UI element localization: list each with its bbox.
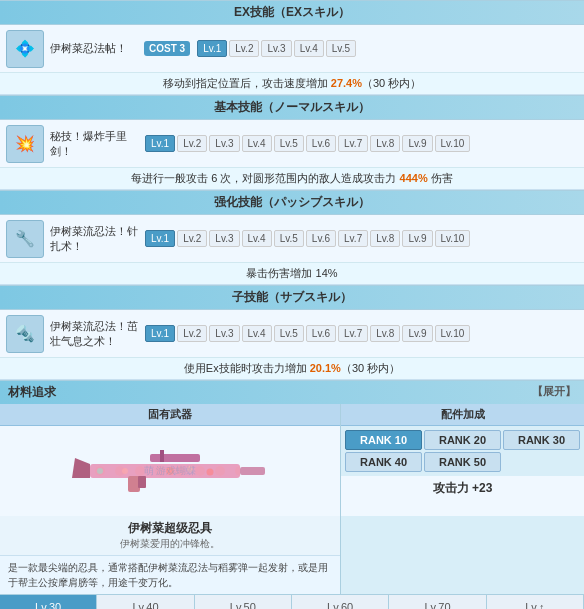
ex-skill-desc: 移动到指定位置后，攻击速度增加 27.4%（30 秒内） bbox=[0, 73, 584, 95]
lv-tab[interactable]: Lv.5 bbox=[274, 230, 304, 247]
upgrade-lv-50[interactable]: Lv.50 bbox=[195, 595, 292, 609]
passive-skill-levels: Lv.1 Lv.2 Lv.3 Lv.4 Lv.5 Lv.6 Lv.7 Lv.8 … bbox=[144, 229, 578, 248]
materials-header: 材料追求 【展开】 bbox=[0, 380, 584, 404]
passive-skill-icon: 🔧 bbox=[6, 220, 44, 258]
svg-point-12 bbox=[97, 468, 103, 474]
svg-rect-4 bbox=[240, 467, 265, 475]
lv-tab[interactable]: Lv.8 bbox=[370, 135, 400, 152]
cost-badge: COST 3 bbox=[144, 41, 190, 56]
lv-tab[interactable]: Lv.4 bbox=[242, 230, 272, 247]
materials-title: 材料追求 bbox=[8, 384, 56, 401]
lv-tab[interactable]: Lv.3 bbox=[209, 230, 239, 247]
normal-skill-name: 秘技！爆炸手里剑！ bbox=[50, 129, 140, 158]
lv-tab[interactable]: Lv.10 bbox=[435, 325, 471, 342]
normal-skill-desc: 每进行一般攻击 6 次，对圆形范围内的敌人造成攻击力 444% 伤害 bbox=[0, 168, 584, 190]
svg-rect-3 bbox=[160, 450, 164, 462]
lv-tab[interactable]: Lv.5 bbox=[326, 40, 356, 57]
lv-tab[interactable]: Lv.6 bbox=[306, 325, 336, 342]
passive-skill-row: 🔧 伊树菜流忍法！针扎术！ Lv.1 Lv.2 Lv.3 Lv.4 Lv.5 L… bbox=[0, 215, 584, 263]
lv-tab[interactable]: Lv.1 bbox=[145, 230, 175, 247]
lv-tab[interactable]: Lv.10 bbox=[435, 135, 471, 152]
lv-tab[interactable]: Lv.2 bbox=[177, 135, 207, 152]
weapon-lore: 是一款最尖端的忍具，通常搭配伊树菜流忍法与稻雾弹一起发射，或是用于帮主公按摩肩膀… bbox=[0, 555, 340, 594]
weapon-subtitle: 伊树菜爱用的冲锋枪。 bbox=[8, 537, 332, 551]
rank-item-10[interactable]: RANK 10 bbox=[345, 430, 422, 450]
sub-skill-icon: 🔩 bbox=[6, 315, 44, 353]
lv-tab[interactable]: Lv.2 bbox=[177, 230, 207, 247]
lv-tab[interactable]: Lv.5 bbox=[274, 325, 304, 342]
lv-tab[interactable]: Lv.3 bbox=[209, 135, 239, 152]
lv-tab[interactable]: Lv.9 bbox=[402, 230, 432, 247]
weapon-name: 伊树菜超级忍具 bbox=[8, 520, 332, 537]
svg-point-10 bbox=[122, 468, 128, 474]
weapon-image-area: 萌 游戏蝴蝶 bbox=[0, 426, 340, 516]
lv-tab[interactable]: Lv.8 bbox=[370, 230, 400, 247]
svg-marker-5 bbox=[72, 458, 90, 478]
upgrade-lv-40[interactable]: Lv.40 bbox=[97, 595, 194, 609]
ex-skill-name: 伊树菜忍法帖！ bbox=[50, 41, 140, 55]
lv-tab[interactable]: Lv.4 bbox=[242, 325, 272, 342]
lv-tab[interactable]: Lv.5 bbox=[274, 135, 304, 152]
rank-item-20[interactable]: RANK 20 bbox=[424, 430, 501, 450]
lv-tab[interactable]: Lv.1 bbox=[197, 40, 227, 57]
rank-item-50[interactable]: RANK 50 bbox=[424, 452, 501, 472]
unfold-button[interactable]: 【展开】 bbox=[532, 384, 576, 401]
lv-tab[interactable]: Lv.10 bbox=[435, 230, 471, 247]
upgrade-lv-70[interactable]: Lv.70 bbox=[389, 595, 486, 609]
lv-tab[interactable]: Lv.8 bbox=[370, 325, 400, 342]
bonus-col-header: 配件加成 bbox=[341, 404, 584, 426]
lv-tab[interactable]: Lv.6 bbox=[306, 135, 336, 152]
upgrade-lv-up[interactable]: Lv.↑ bbox=[487, 595, 584, 609]
bonus-value: 攻击力 +23 bbox=[345, 480, 580, 497]
normal-skill-icon: 💥 bbox=[6, 125, 44, 163]
upgrade-lv-60[interactable]: Lv.60 bbox=[292, 595, 389, 609]
rank-item-30[interactable]: RANK 30 bbox=[503, 430, 580, 450]
upgrade-lv-tabs: Lv.30 Lv.40 Lv.50 Lv.60 Lv.70 Lv.↑ bbox=[0, 595, 584, 609]
lv-tab[interactable]: Lv.7 bbox=[338, 230, 368, 247]
weapon-col-header: 固有武器 bbox=[0, 404, 340, 426]
weapon-column: 固有武器 bbox=[0, 404, 341, 594]
rank-grid: RANK 10 RANK 20 RANK 30 RANK 40 RANK 50 bbox=[341, 426, 584, 476]
rank-item-40[interactable]: RANK 40 bbox=[345, 452, 422, 472]
ex-skill-row: 💠 伊树菜忍法帖！ COST 3 Lv.1 Lv.2 Lv.3 Lv.4 Lv.… bbox=[0, 25, 584, 73]
watermark: 萌 游戏蝴蝶 bbox=[144, 464, 197, 478]
lv-tab[interactable]: Lv.2 bbox=[229, 40, 259, 57]
passive-skill-desc: 暴击伤害增加 14% bbox=[0, 263, 584, 285]
svg-point-9 bbox=[207, 469, 214, 476]
weapon-section: 固有武器 bbox=[0, 404, 584, 594]
lv-tab[interactable]: Lv.9 bbox=[402, 325, 432, 342]
ex-skill-icon: 💠 bbox=[6, 30, 44, 68]
sub-skill-header: 子技能（サブスキル） bbox=[0, 285, 584, 310]
bonus-column: 配件加成 RANK 10 RANK 20 RANK 30 RANK 40 RAN… bbox=[341, 404, 584, 594]
sub-skill-name: 伊树菜流忍法！茁壮气息之术！ bbox=[50, 319, 140, 348]
lv-tab[interactable]: Lv.3 bbox=[209, 325, 239, 342]
passive-skill-header: 强化技能（パッシブスキル） bbox=[0, 190, 584, 215]
weapon-name-area: 伊树菜超级忍具 伊树菜爱用的冲锋枪。 bbox=[0, 516, 340, 555]
upgrade-lv-30[interactable]: Lv.30 bbox=[0, 595, 97, 609]
normal-skill-header: 基本技能（ノーマルスキル） bbox=[0, 95, 584, 120]
lv-tab[interactable]: Lv.9 bbox=[402, 135, 432, 152]
normal-skill-levels: Lv.1 Lv.2 Lv.3 Lv.4 Lv.5 Lv.6 Lv.7 Lv.8 … bbox=[144, 134, 578, 153]
normal-skill-row: 💥 秘技！爆炸手里剑！ Lv.1 Lv.2 Lv.3 Lv.4 Lv.5 Lv.… bbox=[0, 120, 584, 168]
lv-tab[interactable]: Lv.2 bbox=[177, 325, 207, 342]
materials-content: 固有武器 bbox=[0, 404, 584, 609]
lv-tab[interactable]: Lv.1 bbox=[145, 325, 175, 342]
lv-tab[interactable]: Lv.4 bbox=[294, 40, 324, 57]
lv-tab[interactable]: Lv.1 bbox=[145, 135, 175, 152]
lv-tab[interactable]: Lv.3 bbox=[261, 40, 291, 57]
sub-skill-row: 🔩 伊树菜流忍法！茁壮气息之术！ Lv.1 Lv.2 Lv.3 Lv.4 Lv.… bbox=[0, 310, 584, 358]
sub-skill-levels: Lv.1 Lv.2 Lv.3 Lv.4 Lv.5 Lv.6 Lv.7 Lv.8 … bbox=[144, 324, 578, 343]
lv-tab[interactable]: Lv.4 bbox=[242, 135, 272, 152]
bonus-area: 攻击力 +23 bbox=[341, 476, 584, 516]
ex-skill-levels: Lv.1 Lv.2 Lv.3 Lv.4 Lv.5 bbox=[196, 39, 578, 58]
passive-skill-name: 伊树菜流忍法！针扎术！ bbox=[50, 224, 140, 253]
lv-tab[interactable]: Lv.7 bbox=[338, 325, 368, 342]
lv-tab[interactable]: Lv.6 bbox=[306, 230, 336, 247]
sub-skill-desc: 使用Ex技能时攻击力增加 20.1%（30 秒内） bbox=[0, 358, 584, 380]
upgrade-row: Lv.30 Lv.40 Lv.50 Lv.60 Lv.70 Lv.↑ bbox=[0, 594, 584, 609]
lv-tab[interactable]: Lv.7 bbox=[338, 135, 368, 152]
svg-rect-2 bbox=[150, 454, 200, 462]
ex-skill-header: EX技能（EXスキル） bbox=[0, 0, 584, 25]
page-container: EX技能（EXスキル） 💠 伊树菜忍法帖！ COST 3 Lv.1 Lv.2 L… bbox=[0, 0, 584, 609]
